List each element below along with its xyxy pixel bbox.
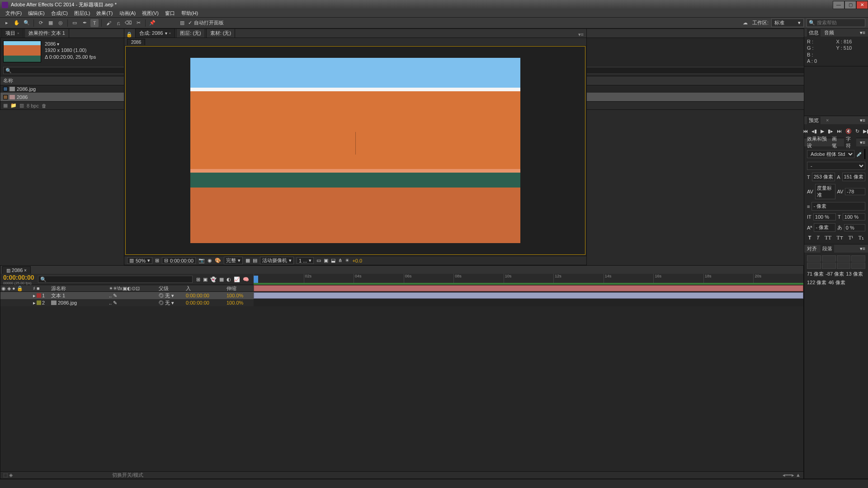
menu-animation[interactable]: 动画(A) [117, 9, 139, 17]
layer-duration-bar[interactable] [254, 285, 803, 292]
small-caps-button[interactable]: Tᴛ [837, 235, 843, 241]
col-stretch[interactable]: 伸缩 [226, 285, 254, 292]
font-family-dropdown[interactable]: Adobe 楷体 Std [807, 150, 854, 158]
panel-menu-icon[interactable]: ▾≡ [576, 32, 586, 38]
font-size-input[interactable]: 253 像素 [812, 173, 835, 181]
channel-icon[interactable]: ◉ [208, 258, 212, 263]
tab-preview[interactable]: 预览 [807, 117, 821, 124]
indent-first-value[interactable]: 13 像素 [846, 271, 863, 277]
fill-color-swatch[interactable] [864, 149, 865, 159]
fast-preview-icon[interactable]: ▣ [324, 258, 328, 263]
brush-tool-icon[interactable]: 🖌 [104, 19, 113, 27]
close-button[interactable]: ✕ [856, 1, 868, 9]
timeline-icon[interactable]: ⬓ [331, 258, 335, 263]
current-time[interactable]: 0:00:00:00 [3, 274, 34, 281]
puppet-tool-icon[interactable]: 📌 [148, 19, 156, 27]
zoom-dropdown[interactable]: ▥ 50% ▾ [127, 257, 152, 264]
comp-subtab[interactable]: 2086 [127, 39, 145, 45]
tab-brush[interactable]: 画笔 [832, 136, 840, 149]
camera-tool-icon[interactable]: ▦ [47, 19, 55, 27]
frame-blend-icon[interactable]: ▦ [219, 277, 224, 282]
tsume-input[interactable]: 0 % [844, 224, 865, 231]
menu-edit[interactable]: 编辑(E) [25, 9, 47, 17]
color-mgmt-icon[interactable]: 🎨 [215, 258, 221, 263]
menu-composition[interactable]: 合成(C) [48, 9, 71, 17]
baseline-input[interactable]: - 像素 [814, 223, 835, 232]
panel-menu-icon[interactable]: ▾≡ [860, 117, 865, 123]
sync-icon[interactable]: ☁ [741, 19, 750, 27]
flowchart-icon[interactable]: ⋔ [338, 258, 342, 263]
motion-blur-icon[interactable]: ◐ [226, 277, 231, 282]
panel-menu-icon[interactable]: ▾≡ [860, 140, 865, 145]
eyedropper-icon[interactable]: 💉 [856, 151, 863, 157]
tab-audio[interactable]: 音频 [824, 29, 834, 36]
comp-mini-flowchart-icon[interactable]: ⊞ [196, 277, 200, 282]
workspace-dropdown[interactable]: 标准▾ [771, 19, 804, 27]
tab-source[interactable]: 素材: (无) [206, 28, 235, 38]
selection-tool-icon[interactable]: ▸ [3, 19, 11, 27]
graph-editor-icon[interactable]: 📈 [234, 277, 240, 282]
menu-effect[interactable]: 效果(T) [94, 9, 115, 17]
hand-tool-icon[interactable]: ✋ [13, 19, 21, 27]
menu-help[interactable]: 帮助(H) [179, 9, 201, 17]
panel-icon[interactable]: ▥ [178, 19, 186, 27]
tab-align[interactable]: 对齐 [807, 245, 817, 252]
superscript-button[interactable]: T¹ [848, 235, 853, 241]
timeline-search-input[interactable] [38, 276, 193, 283]
timeline-layer-row[interactable]: ▸1 文本 1 .. ✎ ◎ 无 ▾ 0:00:00:00 100.0% [0, 292, 254, 299]
comp-thumbnail[interactable] [3, 41, 41, 62]
timeline-layer-row[interactable]: ▸2 2086.jpg .. ✎ ◎ 无 ▾ 0:00:00:00 100.0% [0, 299, 254, 306]
justify-last-center-icon[interactable] [807, 263, 821, 269]
pan-behind-tool-icon[interactable]: ◎ [57, 19, 65, 27]
vscale-input[interactable]: 100 % [813, 213, 836, 221]
time-ruler[interactable]: 02s 04s 06s 08s 10s 12s 14s 16s 18s 20s [254, 274, 803, 285]
play-icon[interactable]: ▶ [821, 128, 824, 134]
lock-icon[interactable]: 🔒 [124, 32, 134, 38]
auto-open-panel-checkbox[interactable]: ✓ 自动打开面板 [188, 19, 224, 26]
stroke-width-input[interactable]: - 像素 [811, 202, 865, 211]
new-comp-icon[interactable]: ▥ [19, 103, 24, 108]
mute-icon[interactable]: 🔇 [845, 128, 852, 134]
composition-viewport[interactable] [125, 46, 585, 255]
draft3d-icon[interactable]: ▣ [203, 277, 208, 282]
faux-italic-button[interactable]: T [816, 235, 820, 241]
menu-layer[interactable]: 图层(L) [71, 9, 93, 17]
leading-input[interactable]: 151 像素 [842, 173, 865, 181]
menu-view[interactable]: 视图(V) [139, 9, 161, 17]
rect-tool-icon[interactable]: ▭ [71, 19, 79, 27]
label-color[interactable] [37, 300, 41, 305]
bpc-button[interactable]: 8 bpc [27, 103, 39, 108]
align-right-icon[interactable] [837, 255, 851, 262]
zoom-slider[interactable]: ◂━━▸ ▲ [783, 472, 801, 478]
tab-info[interactable]: 信息 [807, 29, 821, 37]
quality-dropdown[interactable]: 完整 ▾ [224, 257, 243, 264]
pen-tool-icon[interactable]: ✒ [80, 19, 89, 27]
exposure-value[interactable]: +0.0 [352, 258, 362, 263]
tab-effects-presets[interactable]: 效果和预设 [807, 136, 828, 149]
align-center-icon[interactable] [822, 255, 836, 262]
rotate-tool-icon[interactable]: ⟳ [37, 19, 45, 27]
resolution-icon[interactable]: ⊞ [155, 258, 159, 263]
eraser-tool-icon[interactable]: ⌫ [124, 19, 132, 27]
timecode-display[interactable]: ⊟ 0:00:00:00 [162, 257, 196, 264]
folder-icon[interactable]: 📁 [10, 103, 17, 108]
last-frame-icon[interactable]: ⏭ [837, 128, 842, 134]
roto-tool-icon[interactable]: ✂ [134, 19, 142, 27]
maximize-button[interactable]: ▢ [844, 1, 856, 9]
panel-menu-icon[interactable]: ▾≡ [860, 30, 865, 36]
label-color[interactable] [37, 293, 41, 298]
grid-icon[interactable]: ▦ [245, 258, 250, 263]
interpret-icon[interactable]: ▦ [3, 103, 8, 108]
tab-character[interactable]: 字符 [844, 135, 856, 150]
canvas[interactable] [190, 58, 520, 243]
justify-last-left-icon[interactable] [851, 255, 865, 262]
zoom-tool-icon[interactable]: 🔍 [23, 19, 31, 27]
tab-paragraph[interactable]: 段落 [821, 245, 834, 253]
ram-preview-icon[interactable]: ▶▮ [863, 128, 868, 134]
font-style-dropdown[interactable]: - [807, 162, 865, 170]
tab-layer[interactable]: 图层: (无) [176, 28, 205, 38]
hscale-input[interactable]: 100 % [843, 213, 865, 221]
camera-dropdown[interactable]: 活动摄像机 ▾ [260, 257, 294, 264]
minimize-button[interactable]: — [833, 1, 844, 9]
type-tool-icon[interactable]: T [90, 19, 99, 27]
